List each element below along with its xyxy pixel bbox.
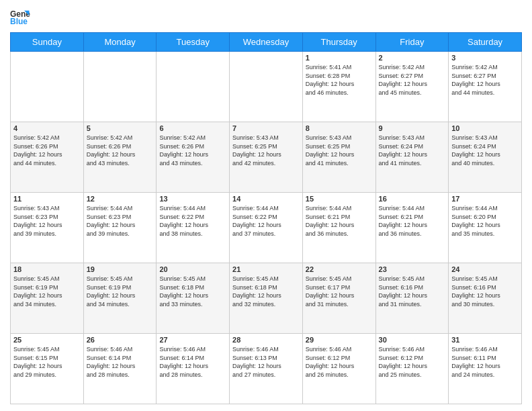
cell-info: Sunrise: 5:45 AM Sunset: 6:16 PM Dayligh… [379, 275, 446, 308]
day-number: 17 [451, 195, 519, 203]
calendar-cell: 15Sunrise: 5:44 AM Sunset: 6:21 PM Dayli… [302, 193, 375, 263]
day-number: 15 [306, 195, 373, 203]
day-number: 29 [306, 336, 373, 344]
calendar-cell: 1Sunrise: 5:41 AM Sunset: 6:28 PM Daylig… [302, 52, 375, 122]
calendar-table: SundayMondayTuesdayWednesdayThursdayFrid… [10, 32, 522, 404]
cell-info: Sunrise: 5:43 AM Sunset: 6:25 PM Dayligh… [232, 134, 300, 167]
day-number: 18 [13, 265, 81, 273]
day-number: 16 [379, 195, 446, 203]
cell-info: Sunrise: 5:42 AM Sunset: 6:26 PM Dayligh… [87, 134, 154, 167]
calendar-cell: 31Sunrise: 5:46 AM Sunset: 6:11 PM Dayli… [449, 334, 522, 404]
cell-info: Sunrise: 5:45 AM Sunset: 6:19 PM Dayligh… [87, 275, 154, 308]
calendar-cell: 6Sunrise: 5:42 AM Sunset: 6:26 PM Daylig… [157, 122, 230, 193]
day-number: 14 [232, 195, 300, 203]
cell-info: Sunrise: 5:42 AM Sunset: 6:26 PM Dayligh… [13, 134, 81, 167]
day-number: 13 [159, 195, 226, 203]
svg-text:Blue: Blue [10, 17, 28, 26]
day-number: 21 [232, 265, 300, 273]
day-number: 30 [379, 336, 446, 344]
calendar-cell: 17Sunrise: 5:44 AM Sunset: 6:20 PM Dayli… [449, 193, 522, 263]
cell-info: Sunrise: 5:42 AM Sunset: 6:26 PM Dayligh… [159, 134, 226, 167]
cell-info: Sunrise: 5:46 AM Sunset: 6:14 PM Dayligh… [159, 345, 226, 379]
calendar-cell: 25Sunrise: 5:45 AM Sunset: 6:15 PM Dayli… [11, 334, 84, 404]
cell-info: Sunrise: 5:46 AM Sunset: 6:14 PM Dayligh… [87, 345, 154, 379]
cell-info: Sunrise: 5:43 AM Sunset: 6:24 PM Dayligh… [451, 134, 519, 167]
day-number: 12 [87, 195, 154, 203]
cell-info: Sunrise: 5:46 AM Sunset: 6:12 PM Dayligh… [379, 345, 446, 379]
calendar-cell: 18Sunrise: 5:45 AM Sunset: 6:19 PM Dayli… [11, 263, 84, 334]
day-number: 31 [451, 336, 519, 344]
calendar-cell: 30Sunrise: 5:46 AM Sunset: 6:12 PM Dayli… [375, 334, 449, 404]
cell-info: Sunrise: 5:41 AM Sunset: 6:28 PM Dayligh… [306, 63, 373, 97]
cell-info: Sunrise: 5:45 AM Sunset: 6:15 PM Dayligh… [13, 345, 81, 379]
calendar-cell: 12Sunrise: 5:44 AM Sunset: 6:23 PM Dayli… [83, 193, 157, 263]
cell-info: Sunrise: 5:42 AM Sunset: 6:27 PM Dayligh… [379, 63, 446, 97]
calendar-week-0: 1Sunrise: 5:41 AM Sunset: 6:28 PM Daylig… [11, 52, 522, 122]
calendar-cell: 24Sunrise: 5:45 AM Sunset: 6:16 PM Dayli… [449, 263, 522, 334]
day-number: 6 [159, 124, 226, 132]
calendar-cell: 13Sunrise: 5:44 AM Sunset: 6:22 PM Dayli… [157, 193, 230, 263]
calendar-cell: 28Sunrise: 5:46 AM Sunset: 6:13 PM Dayli… [230, 334, 303, 404]
calendar-cell: 29Sunrise: 5:46 AM Sunset: 6:12 PM Dayli… [302, 334, 375, 404]
cell-info: Sunrise: 5:43 AM Sunset: 6:25 PM Dayligh… [306, 134, 373, 167]
day-number: 8 [306, 124, 373, 132]
calendar-cell: 11Sunrise: 5:43 AM Sunset: 6:23 PM Dayli… [11, 193, 84, 263]
day-number: 27 [159, 336, 226, 344]
calendar-cell: 22Sunrise: 5:45 AM Sunset: 6:17 PM Dayli… [302, 263, 375, 334]
calendar-cell [83, 52, 157, 122]
header: General Blue [10, 7, 522, 27]
day-number: 5 [87, 124, 154, 132]
calendar-week-1: 4Sunrise: 5:42 AM Sunset: 6:26 PM Daylig… [11, 122, 522, 193]
cell-info: Sunrise: 5:45 AM Sunset: 6:16 PM Dayligh… [451, 275, 519, 308]
calendar-cell: 4Sunrise: 5:42 AM Sunset: 6:26 PM Daylig… [11, 122, 84, 193]
calendar-cell: 3Sunrise: 5:42 AM Sunset: 6:27 PM Daylig… [449, 52, 522, 122]
cell-info: Sunrise: 5:46 AM Sunset: 6:12 PM Dayligh… [306, 345, 373, 379]
calendar-cell: 5Sunrise: 5:42 AM Sunset: 6:26 PM Daylig… [83, 122, 157, 193]
day-number: 22 [306, 265, 373, 273]
calendar-cell: 19Sunrise: 5:45 AM Sunset: 6:19 PM Dayli… [83, 263, 157, 334]
page: General Blue SundayMondayTuesdayWednesda… [0, 0, 532, 411]
cell-info: Sunrise: 5:43 AM Sunset: 6:24 PM Dayligh… [379, 134, 446, 167]
day-number: 23 [379, 265, 446, 273]
cell-info: Sunrise: 5:45 AM Sunset: 6:18 PM Dayligh… [159, 275, 226, 308]
day-number: 28 [232, 336, 300, 344]
cell-info: Sunrise: 5:45 AM Sunset: 6:17 PM Dayligh… [306, 275, 373, 308]
calendar-cell: 8Sunrise: 5:43 AM Sunset: 6:25 PM Daylig… [302, 122, 375, 193]
day-number: 3 [451, 54, 519, 62]
col-header-monday: Monday [83, 33, 157, 52]
day-number: 4 [13, 124, 81, 132]
logo-icon: General Blue [10, 7, 30, 27]
calendar-cell: 27Sunrise: 5:46 AM Sunset: 6:14 PM Dayli… [157, 334, 230, 404]
col-header-sunday: Sunday [11, 33, 84, 52]
calendar-week-3: 18Sunrise: 5:45 AM Sunset: 6:19 PM Dayli… [11, 263, 522, 334]
calendar-cell: 2Sunrise: 5:42 AM Sunset: 6:27 PM Daylig… [375, 52, 449, 122]
cell-info: Sunrise: 5:44 AM Sunset: 6:20 PM Dayligh… [451, 204, 519, 238]
cell-info: Sunrise: 5:44 AM Sunset: 6:22 PM Dayligh… [232, 204, 300, 238]
cell-info: Sunrise: 5:44 AM Sunset: 6:21 PM Dayligh… [379, 204, 446, 238]
day-number: 26 [87, 336, 154, 344]
cell-info: Sunrise: 5:42 AM Sunset: 6:27 PM Dayligh… [451, 63, 519, 97]
col-header-saturday: Saturday [449, 33, 522, 52]
calendar-cell: 10Sunrise: 5:43 AM Sunset: 6:24 PM Dayli… [449, 122, 522, 193]
cell-info: Sunrise: 5:46 AM Sunset: 6:11 PM Dayligh… [451, 345, 519, 379]
calendar-cell: 20Sunrise: 5:45 AM Sunset: 6:18 PM Dayli… [157, 263, 230, 334]
calendar-week-4: 25Sunrise: 5:45 AM Sunset: 6:15 PM Dayli… [11, 334, 522, 404]
day-number: 1 [306, 54, 373, 62]
day-number: 2 [379, 54, 446, 62]
cell-info: Sunrise: 5:44 AM Sunset: 6:21 PM Dayligh… [306, 204, 373, 238]
cell-info: Sunrise: 5:44 AM Sunset: 6:23 PM Dayligh… [87, 204, 154, 238]
calendar-week-2: 11Sunrise: 5:43 AM Sunset: 6:23 PM Dayli… [11, 193, 522, 263]
calendar-cell: 23Sunrise: 5:45 AM Sunset: 6:16 PM Dayli… [375, 263, 449, 334]
cell-info: Sunrise: 5:45 AM Sunset: 6:18 PM Dayligh… [232, 275, 300, 308]
col-header-friday: Friday [375, 33, 449, 52]
calendar-cell [11, 52, 84, 122]
day-number: 10 [451, 124, 519, 132]
col-header-wednesday: Wednesday [230, 33, 303, 52]
day-number: 19 [87, 265, 154, 273]
day-number: 11 [13, 195, 81, 203]
day-number: 24 [451, 265, 519, 273]
cell-info: Sunrise: 5:43 AM Sunset: 6:23 PM Dayligh… [13, 204, 81, 238]
day-number: 25 [13, 336, 81, 344]
calendar-cell: 14Sunrise: 5:44 AM Sunset: 6:22 PM Dayli… [230, 193, 303, 263]
cell-info: Sunrise: 5:46 AM Sunset: 6:13 PM Dayligh… [232, 345, 300, 379]
